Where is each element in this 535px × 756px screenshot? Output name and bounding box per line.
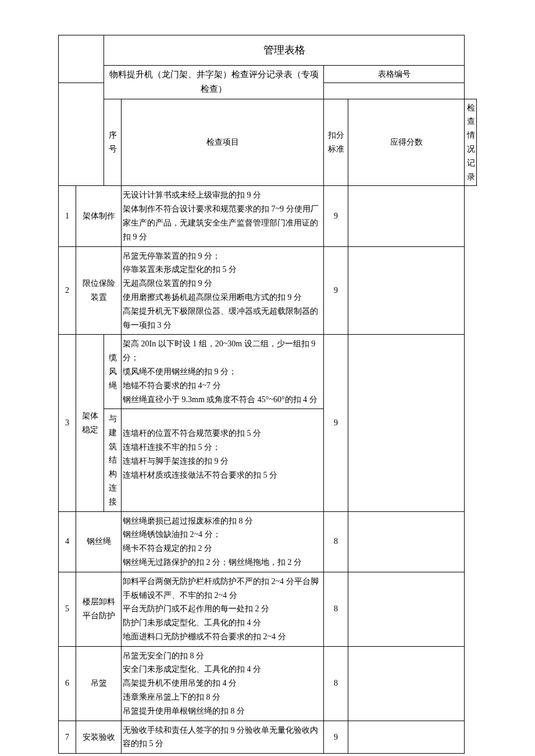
row-score: 8: [324, 511, 348, 572]
row-criteria: 卸料平台两侧无防护栏杆或防护不严的扣 2~4 分平台脚手板铺设不严、不牢的扣 2…: [122, 572, 324, 646]
header-criteria: 扣分标准: [324, 99, 348, 186]
sub-item-cable: 缆风绳: [104, 335, 122, 409]
row-item: 钢丝绳: [76, 511, 122, 572]
row-notes: [348, 721, 465, 754]
row-item: 楼层卸料平台防护: [76, 572, 122, 646]
row-score: 9: [324, 335, 348, 511]
row-score: 9: [324, 186, 348, 246]
row-seq: 3: [59, 335, 76, 511]
header-notes: 检查情况记录: [465, 99, 477, 186]
row-score: 9: [324, 721, 348, 754]
row-criteria: 钢丝绳磨损已超过报废标准的扣 8 分钢丝绳锈蚀缺油扣 2~4 分；绳卡不符合规定…: [122, 511, 324, 572]
row-criteria: 吊篮无安全门的扣 8 分安全门未形成定型化、工具化的扣 4 分高架提升机不使用吊…: [122, 646, 324, 721]
header-score: 应得分数: [348, 99, 465, 186]
row-criteria: 连墙杆的位置不符合规范要求的扣 5 分连墙杆连接不牢的扣 5 分；连墙杆与脚手架…: [122, 409, 324, 511]
row-item: 架体制作: [76, 186, 122, 246]
row-seq: 1: [59, 186, 76, 246]
form-number-value: [324, 83, 465, 99]
row-seq: 5: [59, 572, 76, 646]
row-seq: 6: [59, 646, 76, 721]
row-item: 限位保险装置: [76, 246, 122, 335]
row-score: 9: [324, 246, 348, 335]
row-notes: [348, 572, 465, 646]
row-score: 8: [324, 572, 348, 646]
row-criteria: 无验收手续和责任人签字的扣 9 分验收单无量化验收内容的扣 5 分: [122, 721, 324, 754]
row-notes: [348, 335, 465, 511]
row-seq: 7: [59, 721, 76, 754]
form-title: 管理表格: [104, 35, 465, 66]
row-item: 安装验收: [76, 721, 122, 754]
inspection-table: 管理表格 物料提升机（龙门架、井字架）检查评分记录表（专项检查） 表格编号 序号…: [58, 35, 477, 754]
row-notes: [348, 246, 465, 335]
row-criteria: 吊篮无停靠装置的扣 9 分；停靠装置未形成定型化的扣 5 分无超高限位装置的扣 …: [122, 246, 324, 335]
form-number-label: 表格编号: [324, 65, 465, 83]
form-subtitle: 物料提升机（龙门架、井字架）检查评分记录表（专项检查）: [104, 65, 324, 99]
row-criteria: 架高 20In 以下时设 1 组，20~30m 设二组，少一组扣 9 分；缆风绳…: [122, 335, 324, 409]
header-item: 检查项目: [122, 99, 324, 186]
row-score: 8: [324, 646, 348, 721]
header-seq: 序号: [104, 99, 122, 186]
row-item: 架体稳定: [76, 335, 104, 511]
row-notes: [348, 511, 465, 572]
sub-item-connect: 与建筑结构连接: [104, 409, 122, 511]
row-seq: 2: [59, 246, 76, 335]
row-criteria: 无设计计算书或未经上级审批的扣 9 分架体制作不符合设计要求和规范要求的扣 7~…: [122, 186, 324, 246]
row-notes: [348, 186, 465, 246]
row-notes: [348, 646, 465, 721]
row-item: 吊篮: [76, 646, 122, 721]
row-seq: 4: [59, 511, 76, 572]
